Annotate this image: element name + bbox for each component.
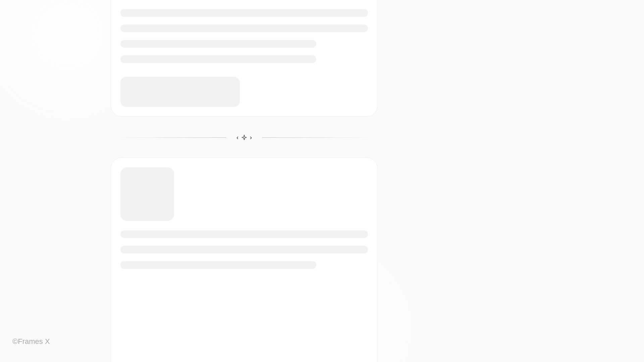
section-divider: ‹ › [111,134,378,141]
chevron-left-icon: ‹ [236,134,238,140]
skeleton-text-line [120,230,368,238]
copyright-text: ©Frames X [12,337,50,346]
skeleton-text-line [120,40,316,48]
sparkle-icon [241,134,247,140]
skeleton-text-line [120,246,368,253]
skeleton-card-bottom [111,158,378,362]
chevron-right-icon: › [250,134,252,140]
skeleton-card-top [111,0,378,117]
skeleton-button-placeholder [120,77,240,107]
divider-line-left [111,137,226,138]
skeleton-text-line [120,55,316,63]
divider-ornament: ‹ › [236,134,252,140]
skeleton-text-line [120,24,368,32]
skeleton-text-line [120,261,316,269]
skeleton-text-line [120,9,368,17]
page-container: ‹ › ©Frames X [0,0,644,362]
divider-line-right [262,137,378,138]
skeleton-image-placeholder [120,167,174,221]
